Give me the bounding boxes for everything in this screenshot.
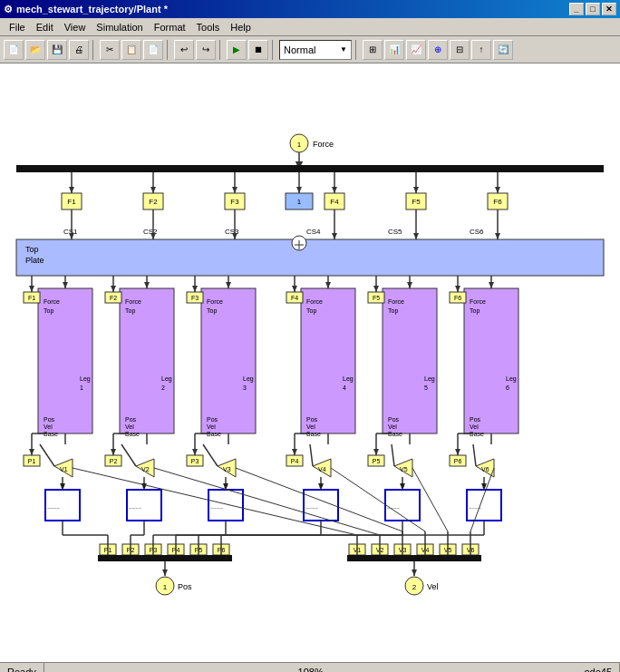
svg-marker-187 <box>394 459 412 477</box>
btn-extra6[interactable]: ↑ <box>471 40 491 60</box>
diagram-svg: 1 Force F1 F2 <box>0 63 620 662</box>
new-button[interactable]: 📄 <box>4 40 24 60</box>
menu-help[interactable]: Help <box>225 20 257 34</box>
btn-extra7[interactable]: 🔄 <box>493 40 513 60</box>
svg-text:P3: P3 <box>150 547 158 553</box>
svg-rect-78 <box>105 292 121 303</box>
svg-text:Pos: Pos <box>125 416 137 423</box>
svg-line-163 <box>203 444 218 466</box>
close-button[interactable]: ✕ <box>602 3 616 15</box>
btn-extra4[interactable]: ⊕ <box>428 40 448 60</box>
title-bar-controls[interactable]: _ □ ✕ <box>569 3 616 15</box>
btn-extra3[interactable]: 📈 <box>406 40 426 60</box>
svg-text:P6: P6 <box>218 547 226 553</box>
title-bar: ⚙ mech_stewart_trajectory/Plant * _ □ ✕ <box>0 0 620 18</box>
title-bar-left: ⚙ mech_stewart_trajectory/Plant * <box>4 4 168 15</box>
svg-rect-254 <box>394 544 411 555</box>
stop-button[interactable]: ⏹ <box>248 40 268 60</box>
svg-text:~~~~: ~~~~ <box>387 505 401 511</box>
svg-line-273 <box>236 468 402 531</box>
svg-rect-212 <box>145 544 161 555</box>
svg-text:F3: F3 <box>191 295 199 301</box>
status-solver: ode45 <box>576 663 620 672</box>
btn-extra2[interactable]: 📊 <box>384 40 404 60</box>
svg-rect-90 <box>187 292 203 303</box>
svg-text:V4: V4 <box>421 547 430 553</box>
save-button[interactable]: 💾 <box>47 40 67 60</box>
status-bar: Ready 108% ode45 <box>0 662 620 672</box>
print-button[interactable]: 🖨 <box>69 40 89 60</box>
simulation-mode-value: Normal <box>284 44 315 55</box>
run-button[interactable]: ▶ <box>227 40 247 60</box>
svg-rect-210 <box>122 544 139 555</box>
svg-text:Vel: Vel <box>427 582 439 591</box>
svg-text:Base: Base <box>44 431 58 437</box>
svg-rect-169 <box>286 455 303 466</box>
svg-text:V6: V6 <box>467 547 475 553</box>
svg-text:Top: Top <box>207 307 217 315</box>
svg-text:5: 5 <box>424 385 428 391</box>
simulation-mode-dropdown[interactable]: Normal ▼ <box>279 40 352 60</box>
undo-button[interactable]: ↩ <box>174 40 194 60</box>
menu-file[interactable]: File <box>4 20 31 34</box>
canvas-scroll[interactable]: 1 Force F1 F2 <box>0 63 620 662</box>
menu-format[interactable]: Format <box>149 20 191 34</box>
open-button[interactable]: 📂 <box>25 40 45 60</box>
svg-marker-32 <box>495 187 500 193</box>
paste-button[interactable]: 📄 <box>143 40 163 60</box>
redo-button[interactable]: ↪ <box>196 40 216 60</box>
btn-extra1[interactable]: ⊞ <box>363 40 383 60</box>
svg-text:~~~~: ~~~~ <box>47 505 61 511</box>
svg-text:P2: P2 <box>127 547 135 553</box>
app-icon: ⚙ <box>4 4 13 15</box>
svg-text:1: 1 <box>80 385 83 391</box>
status-zoom: 108% <box>44 663 577 672</box>
svg-rect-260 <box>462 544 479 555</box>
svg-rect-94 <box>301 288 355 433</box>
cut-button[interactable]: ✂ <box>100 40 120 60</box>
svg-marker-282 <box>412 570 417 576</box>
copy-button[interactable]: 📋 <box>121 40 141 60</box>
menu-edit[interactable]: Edit <box>31 20 59 34</box>
toolbar: 📄 📂 💾 🖨 ✂ 📋 📄 ↩ ↪ ▶ ⏹ Normal ▼ ⊞ 📊 📈 ⊕ ⊟… <box>0 36 620 63</box>
status-ready-text: Ready <box>7 667 36 673</box>
svg-text:CS5: CS5 <box>388 228 402 236</box>
svg-text:V3: V3 <box>223 466 231 472</box>
svg-marker-193 <box>400 483 405 490</box>
maximize-button[interactable]: □ <box>586 3 600 15</box>
svg-text:Leg: Leg <box>80 375 91 383</box>
menu-view[interactable]: View <box>59 20 92 34</box>
svg-marker-160 <box>192 449 198 455</box>
svg-text:P3: P3 <box>191 458 199 464</box>
sep1 <box>92 40 96 60</box>
svg-point-247 <box>156 577 174 595</box>
svg-text:Top: Top <box>25 245 39 254</box>
svg-rect-143 <box>105 455 121 466</box>
svg-text:9: 9 <box>319 482 323 489</box>
svg-marker-135 <box>54 459 73 477</box>
svg-text:P4: P4 <box>172 547 180 553</box>
svg-text:F1: F1 <box>67 198 76 206</box>
svg-rect-164 <box>208 490 243 521</box>
svg-rect-5 <box>62 193 82 209</box>
status-ready: Ready <box>0 663 44 672</box>
minimize-button[interactable]: _ <box>569 3 584 15</box>
svg-rect-33 <box>16 239 604 276</box>
svg-marker-161 <box>218 459 236 477</box>
svg-text:4: 4 <box>343 385 346 391</box>
svg-rect-256 <box>417 544 433 555</box>
menu-simulation[interactable]: Simulation <box>91 20 148 34</box>
status-zoom-text: 108% <box>298 667 324 673</box>
svg-rect-182 <box>368 455 384 466</box>
svg-marker-297 <box>226 282 231 288</box>
svg-text:CS2: CS2 <box>143 228 158 236</box>
svg-rect-195 <box>450 455 466 466</box>
svg-text:Force: Force <box>388 298 404 305</box>
svg-rect-218 <box>213 544 229 555</box>
svg-marker-81 <box>111 286 116 292</box>
svg-rect-190 <box>385 490 420 521</box>
svg-text:P5: P5 <box>195 547 203 553</box>
btn-extra5[interactable]: ⊟ <box>450 40 470 60</box>
menu-tools[interactable]: Tools <box>191 20 226 34</box>
svg-marker-147 <box>111 449 116 455</box>
